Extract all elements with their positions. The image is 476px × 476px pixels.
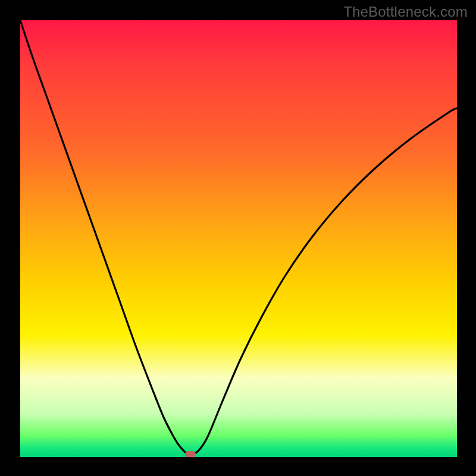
chart-frame: TheBottleneck.com [0, 0, 476, 476]
plot-area [20, 20, 457, 457]
watermark-text: TheBottleneck.com [343, 4, 468, 20]
data-marker [185, 451, 196, 458]
bottleneck-curve [20, 20, 457, 457]
curve-path [20, 20, 457, 455]
